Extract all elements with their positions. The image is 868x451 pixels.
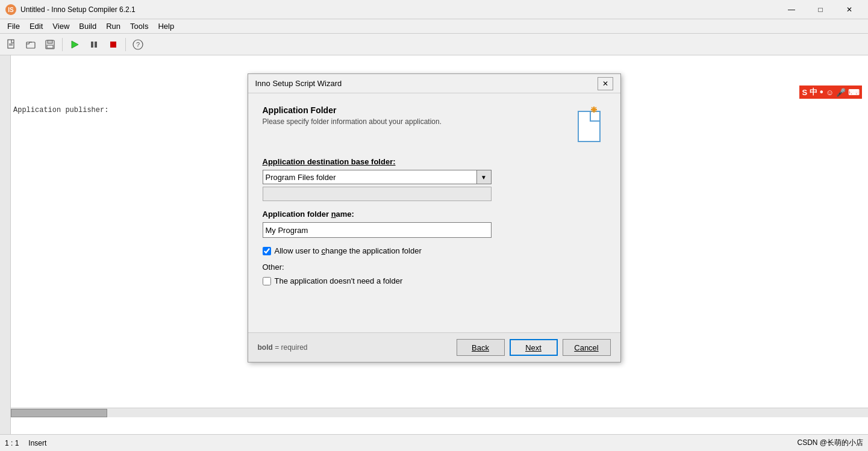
svg-text:IS: IS [8, 7, 14, 13]
watermark-text: CSDN @长萌的小店 [797, 438, 863, 448]
svg-rect-15 [578, 111, 600, 142]
maximize-button[interactable]: □ [807, 1, 834, 19]
no-folder-label[interactable]: The application doesn't need a folder [275, 276, 403, 285]
footer-buttons: Back Next Cancel [457, 339, 611, 356]
menu-file[interactable]: File [2, 20, 25, 32]
editor-area: Application publisher: S 中 • ☺ 🎤 ⌨ Inno … [0, 55, 868, 434]
status-bar: 1 : 1 Insert CSDN @长萌的小店 [0, 434, 868, 451]
dialog-title-bar: Inno Setup Script Wizard ✕ [248, 74, 620, 93]
toolbar: ? [0, 34, 868, 55]
section-title-area: Application Folder Please specify folder… [263, 105, 442, 126]
toolbar-stop[interactable] [104, 36, 122, 53]
window-controls: — □ ✕ [778, 1, 863, 19]
destination-label: Application destination base folder: [263, 157, 606, 166]
toolbar-new[interactable] [2, 36, 20, 53]
dropdown-arrow-icon[interactable]: ▼ [476, 170, 491, 184]
destination-folder-group: Application destination base folder: Pro… [263, 157, 606, 201]
folder-name-label: Application folder name: [263, 210, 606, 219]
dialog-overlay: Inno Setup Script Wizard ✕ Application F… [0, 55, 868, 434]
svg-rect-10 [91, 42, 93, 48]
svg-rect-5 [27, 42, 35, 48]
close-button[interactable]: ✕ [835, 1, 863, 19]
save-icon [45, 39, 55, 50]
help-icon: ? [133, 39, 143, 50]
svg-rect-7 [48, 40, 52, 43]
cancel-label: Cancel [574, 343, 598, 352]
allow-change-checkbox[interactable] [263, 247, 271, 255]
folder-name-input[interactable] [263, 222, 492, 238]
wizard-icon [573, 105, 606, 145]
stop-icon [108, 39, 119, 50]
folder-name-group: Application folder name: [263, 210, 606, 238]
svg-rect-12 [110, 42, 116, 48]
wizard-dialog: Inno Setup Script Wizard ✕ Application F… [248, 73, 621, 362]
allow-change-label[interactable]: Allow user to change the application fol… [275, 246, 422, 255]
menu-edit[interactable]: Edit [25, 20, 48, 32]
menu-build[interactable]: Build [74, 20, 101, 32]
toolbar-separator-1 [62, 38, 63, 51]
menu-run[interactable]: Run [101, 20, 125, 32]
dialog-title: Inno Setup Script Wizard [255, 79, 598, 88]
destination-dropdown-wrapper[interactable]: Program Files folder Program Files (x86)… [263, 170, 492, 184]
svg-rect-11 [95, 42, 97, 48]
toolbar-separator-2 [125, 38, 126, 51]
allow-change-row: Allow user to change the application fol… [263, 246, 606, 255]
svg-text:?: ? [136, 41, 140, 48]
menu-bar: File Edit View Build Run Tools Help [0, 19, 868, 34]
next-label: Next [525, 343, 542, 352]
svg-rect-8 [47, 45, 53, 48]
toolbar-pause[interactable] [85, 36, 103, 53]
section-title: Application Folder [263, 105, 442, 115]
back-button[interactable]: Back [457, 339, 505, 356]
cancel-button[interactable]: Cancel [563, 339, 611, 356]
pause-icon [89, 39, 99, 50]
open-file-icon [25, 39, 36, 50]
toolbar-help[interactable]: ? [129, 36, 147, 53]
back-label: Back [472, 343, 489, 352]
wizard-document-icon [573, 105, 606, 145]
destination-path-input [263, 187, 492, 201]
section-header: Application Folder Please specify folder… [263, 105, 606, 145]
title-bar: IS Untitled - Inno Setup Compiler 6.2.1 … [0, 0, 868, 19]
toolbar-save[interactable] [41, 36, 59, 53]
app-icon: IS [5, 4, 17, 16]
editor-mode: Insert [28, 439, 46, 447]
minimize-button[interactable]: — [778, 1, 805, 19]
destination-label-text: Application destination base folder: [263, 157, 396, 166]
run-icon [69, 39, 80, 50]
svg-marker-9 [72, 41, 78, 48]
toolbar-open[interactable] [22, 36, 40, 53]
new-file-icon [6, 39, 17, 50]
dialog-footer: bold = required Back Next Cancel [248, 332, 620, 362]
menu-help[interactable]: Help [153, 20, 179, 32]
menu-tools[interactable]: Tools [125, 20, 153, 32]
section-subtitle: Please specify folder information about … [263, 117, 442, 126]
window-title: Untitled - Inno Setup Compiler 6.2.1 [20, 5, 778, 14]
cursor-position: 1 : 1 [5, 439, 19, 447]
footer-hint: bold = required [258, 343, 308, 352]
next-button[interactable]: Next [510, 339, 558, 356]
destination-dropdown[interactable]: Program Files folder Program Files (x86)… [263, 170, 476, 184]
toolbar-run[interactable] [66, 36, 84, 53]
no-folder-row: The application doesn't need a folder [263, 276, 606, 285]
dialog-close-button[interactable]: ✕ [598, 77, 613, 90]
menu-view[interactable]: View [48, 20, 74, 32]
dialog-body: Application Folder Please specify folder… [248, 93, 620, 332]
other-label: Other: [263, 263, 606, 272]
no-folder-checkbox[interactable] [263, 277, 271, 285]
